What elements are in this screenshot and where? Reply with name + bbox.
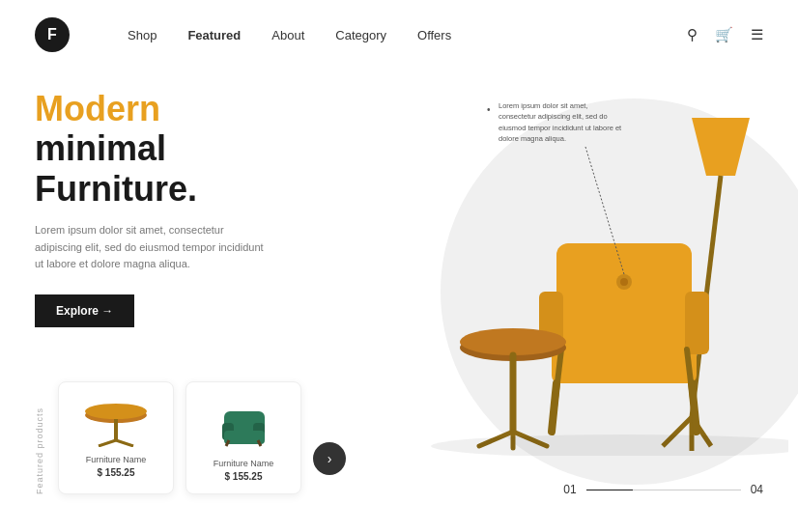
page-progress-fill bbox=[586, 490, 633, 490]
svg-point-17 bbox=[460, 328, 566, 355]
svg-line-27 bbox=[116, 440, 133, 446]
nav-links: Shop Featured About Category Offers bbox=[128, 28, 687, 42]
hero-description: Lorem ipsum dolor sit amet, consectetur … bbox=[35, 222, 267, 273]
svg-rect-6 bbox=[552, 325, 697, 383]
svg-point-24 bbox=[85, 404, 147, 419]
product-1-image bbox=[77, 394, 155, 447]
product-1-name: Furniture Name bbox=[71, 455, 161, 464]
svg-marker-0 bbox=[692, 118, 750, 176]
nav-category[interactable]: Category bbox=[335, 28, 386, 42]
product-card-1[interactable]: Furniture Name $ 155.25 bbox=[58, 381, 174, 494]
nav-featured[interactable]: Featured bbox=[187, 28, 241, 42]
page-wrapper: F Shop Featured About Category Offers ⚲ … bbox=[0, 0, 798, 532]
page-progress-bar bbox=[586, 490, 741, 490]
hero-title-line2: Furniture. bbox=[35, 169, 197, 209]
logo-letter: F bbox=[47, 26, 57, 43]
pagination: 01 04 bbox=[563, 483, 763, 496]
annotation: Lorem ipsum dolor sit amet, consectetur … bbox=[499, 100, 624, 144]
hero-title-rest: minimal bbox=[35, 128, 166, 168]
product-card-2[interactable]: Furniture Name $ 155.25 bbox=[185, 381, 301, 494]
page-total: 04 bbox=[751, 483, 763, 496]
cart-icon[interactable]: 🛒 bbox=[715, 26, 733, 43]
nav-shop[interactable]: Shop bbox=[128, 28, 157, 42]
navbar: F Shop Featured About Category Offers ⚲ … bbox=[0, 0, 798, 70]
svg-point-14 bbox=[620, 278, 628, 286]
next-button[interactable]: › bbox=[313, 442, 346, 475]
page-current: 01 bbox=[563, 483, 576, 496]
nav-about[interactable]: About bbox=[271, 28, 304, 42]
hero-title: Modern minimal Furniture. bbox=[35, 89, 294, 209]
product-1-price: $ 155.25 bbox=[71, 467, 161, 478]
menu-icon[interactable]: ☰ bbox=[751, 26, 763, 43]
search-icon[interactable]: ⚲ bbox=[687, 26, 698, 43]
nav-offers[interactable]: Offers bbox=[417, 28, 451, 42]
hero-title-highlight: Modern bbox=[35, 89, 160, 128]
explore-button[interactable]: Explore → bbox=[35, 294, 134, 327]
svg-rect-8 bbox=[685, 292, 709, 354]
annotation-text: Lorem ipsum dolor sit amet, consectetur … bbox=[499, 101, 621, 143]
hero-section: Modern minimal Furniture. Lorem ipsum do… bbox=[0, 70, 798, 514]
nav-icons: ⚲ 🛒 ☰ bbox=[687, 26, 763, 43]
product-2-name: Furniture Name bbox=[198, 459, 289, 468]
svg-line-26 bbox=[99, 440, 116, 446]
product-2-price: $ 155.25 bbox=[198, 471, 289, 482]
featured-label: Featured products bbox=[35, 407, 44, 494]
logo[interactable]: F bbox=[35, 17, 70, 52]
product-cards: Furniture Name $ 155.25 Furniture Name bbox=[58, 381, 301, 494]
product-2-image bbox=[205, 394, 282, 447]
